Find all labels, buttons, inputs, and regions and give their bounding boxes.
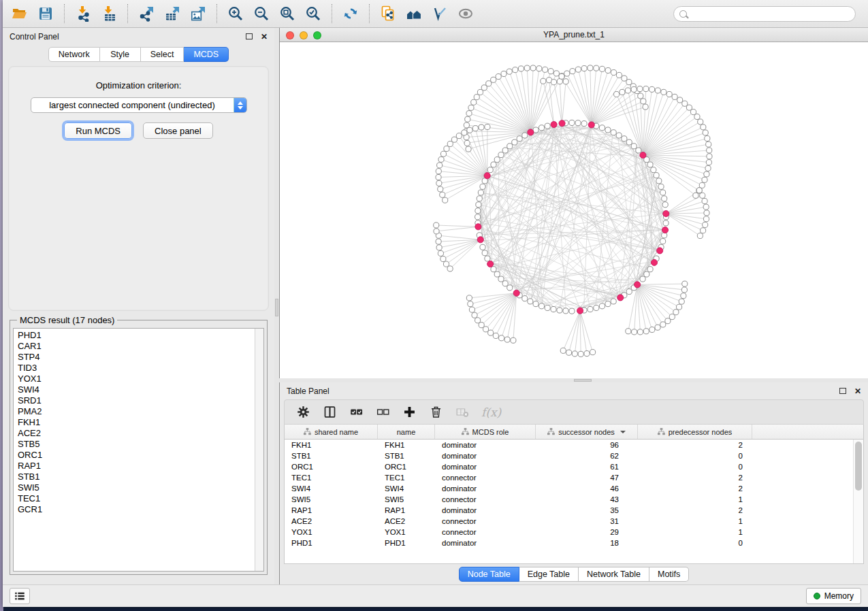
leaf-node[interactable] — [471, 99, 477, 105]
table-cell[interactable]: dominator — [435, 538, 536, 548]
leaf-node[interactable] — [464, 140, 470, 146]
ring-node[interactable] — [626, 139, 632, 145]
refresh-view-button[interactable] — [340, 3, 361, 24]
ring-node[interactable] — [569, 308, 575, 314]
leaf-node[interactable] — [466, 295, 472, 301]
leaf-node[interactable] — [440, 256, 446, 261]
leaf-node[interactable] — [669, 314, 675, 320]
table-cell[interactable]: connector — [435, 527, 536, 538]
leaf-node[interactable] — [605, 67, 611, 73]
close-panel-icon[interactable]: ✕ — [854, 387, 861, 395]
ring-node[interactable] — [656, 178, 662, 184]
ring-node[interactable] — [476, 202, 481, 208]
column-header-successor-nodes[interactable]: successor nodes — [536, 425, 638, 439]
ring-node[interactable] — [478, 190, 483, 195]
zoom-out-button[interactable] — [251, 3, 272, 24]
close-panel-button[interactable]: Close panel — [143, 122, 213, 139]
table-cell[interactable]: PHD1 — [378, 538, 435, 548]
table-cell[interactable]: connector — [435, 516, 536, 527]
mcds-result-item[interactable]: SWI4 — [18, 384, 255, 395]
mcds-result-item[interactable]: SWI5 — [18, 482, 255, 493]
criterion-select[interactable]: largest connected component (undirected) — [31, 97, 247, 113]
table-cell[interactable]: dominator — [435, 505, 536, 516]
table-cell[interactable]: 2 — [638, 505, 752, 516]
leaf-node[interactable] — [637, 329, 643, 335]
leaf-node[interactable] — [541, 78, 546, 84]
leaf-node[interactable] — [456, 133, 462, 139]
leaf-node[interactable] — [626, 80, 632, 85]
leaf-node[interactable] — [575, 67, 581, 72]
table-cell[interactable]: SWI5 — [285, 494, 378, 505]
mcds-result-item[interactable]: RAP1 — [18, 461, 255, 472]
zoom-selected-button[interactable] — [303, 3, 323, 24]
sort-caret-icon[interactable] — [620, 431, 626, 433]
ring-node[interactable] — [647, 162, 653, 167]
table-cell[interactable]: 35 — [536, 505, 638, 516]
leaf-node[interactable] — [672, 94, 677, 99]
ring-node[interactable] — [660, 190, 666, 195]
table-row[interactable]: YOX1YOX1connector291 — [285, 527, 853, 538]
leaf-node[interactable] — [468, 301, 473, 307]
table-cell[interactable]: 0 — [638, 450, 752, 461]
leaf-node[interactable] — [477, 89, 483, 95]
leaf-node[interactable] — [690, 109, 696, 114]
ring-node[interactable] — [611, 130, 616, 135]
leaf-node[interactable] — [696, 188, 702, 193]
mcds-hub-node[interactable] — [475, 224, 481, 230]
graphics-details-button[interactable] — [455, 3, 476, 24]
mcds-hub-node[interactable] — [663, 210, 669, 216]
leaf-node[interactable] — [466, 111, 472, 116]
mcds-hub-node[interactable] — [559, 120, 565, 127]
ring-node[interactable] — [475, 208, 481, 214]
ring-node[interactable] — [475, 214, 481, 220]
task-history-button[interactable] — [10, 588, 30, 604]
table-cell[interactable]: connector — [435, 472, 536, 483]
ring-node[interactable] — [480, 244, 485, 250]
mcds-result-item[interactable]: STB5 — [18, 439, 255, 450]
ring-node[interactable] — [477, 196, 482, 201]
ring-node[interactable] — [594, 305, 599, 310]
ring-node[interactable] — [545, 123, 550, 129]
leaf-node[interactable] — [643, 86, 649, 92]
ring-node[interactable] — [557, 308, 562, 313]
column-header-predecessor-nodes[interactable]: predecessor nodes — [638, 425, 752, 439]
leaf-node[interactable] — [698, 119, 703, 125]
leaf-node[interactable] — [563, 79, 568, 84]
tab-network[interactable]: Network — [48, 47, 100, 62]
table-cell[interactable]: RAP1 — [378, 505, 435, 516]
vertical-splitter[interactable] — [274, 28, 279, 584]
leaf-node[interactable] — [697, 233, 703, 238]
ring-node[interactable] — [491, 267, 496, 272]
leaf-node[interactable] — [436, 180, 442, 186]
mcds-result-item[interactable]: STB1 — [18, 472, 255, 482]
leaf-node[interactable] — [443, 261, 449, 267]
run-mcds-button[interactable]: Run MCDS — [64, 122, 132, 139]
import-network-button[interactable] — [73, 3, 93, 24]
ring-node[interactable] — [563, 308, 568, 314]
table-cell[interactable]: STB1 — [285, 450, 378, 461]
leaf-node[interactable] — [518, 66, 524, 71]
leaf-node[interactable] — [479, 323, 484, 328]
float-panel-icon[interactable] — [839, 388, 846, 394]
leaf-node[interactable] — [637, 86, 643, 92]
ring-node[interactable] — [658, 184, 664, 189]
leaf-node[interactable] — [705, 135, 710, 141]
mcds-result-item[interactable]: STP4 — [18, 352, 255, 363]
leaf-node[interactable] — [436, 245, 442, 250]
ring-node[interactable] — [626, 288, 632, 294]
leaf-node[interactable] — [560, 348, 566, 353]
ring-node[interactable] — [631, 144, 637, 149]
table-cell[interactable]: dominator — [435, 483, 536, 494]
mcds-result-item[interactable]: SRD1 — [18, 395, 255, 406]
splitter-grip[interactable] — [574, 379, 592, 382]
table-cell[interactable]: SWI4 — [378, 483, 435, 494]
ring-node[interactable] — [507, 285, 513, 291]
mcds-result-item[interactable]: YOX1 — [18, 374, 255, 384]
ring-node[interactable] — [485, 256, 490, 261]
ring-node[interactable] — [533, 301, 539, 307]
leaf-node[interactable] — [443, 197, 448, 203]
tab-style[interactable]: Style — [100, 47, 141, 62]
table-cell[interactable]: 96 — [536, 440, 638, 450]
mcds-hub-node[interactable] — [588, 122, 594, 128]
leaf-node[interactable] — [483, 327, 488, 332]
